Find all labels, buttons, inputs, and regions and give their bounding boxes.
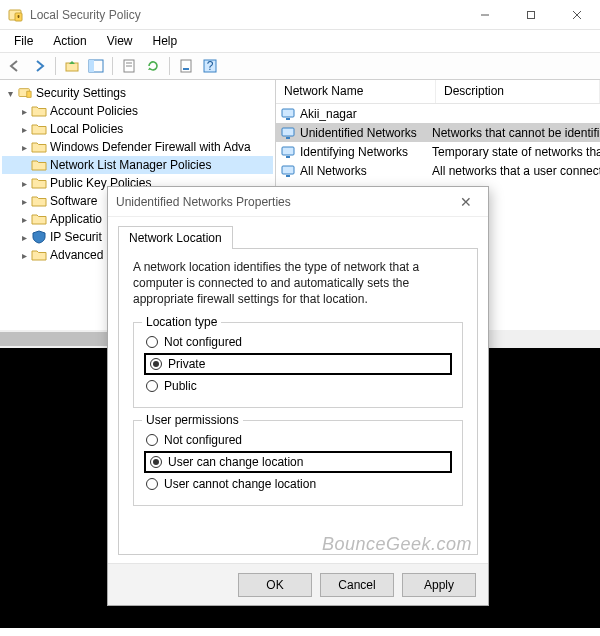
expand-icon[interactable]: ▸: [18, 232, 30, 243]
folder-icon: [31, 140, 47, 154]
radio-label: Not configured: [164, 335, 242, 349]
help-button[interactable]: ?: [199, 55, 221, 77]
folder-icon: [31, 194, 47, 208]
minimize-button[interactable]: [462, 0, 508, 30]
dialog-description: A network location identifies the type o…: [133, 259, 463, 308]
svg-rect-20: [286, 118, 290, 120]
radio-location-not-configured[interactable]: Not configured: [144, 331, 452, 353]
radio-label: Public: [164, 379, 197, 393]
network-icon: [280, 125, 296, 141]
menu-action[interactable]: Action: [45, 32, 94, 50]
radio-perm-cannot-change[interactable]: User cannot change location: [144, 473, 452, 495]
tree-item[interactable]: ▸Windows Defender Firewall with Adva: [2, 138, 273, 156]
network-icon: [280, 163, 296, 179]
tree-item[interactable]: ▸Local Policies: [2, 120, 273, 138]
expand-icon[interactable]: ▸: [18, 214, 30, 225]
radio-label: User cannot change location: [164, 477, 316, 491]
export-button[interactable]: [118, 55, 140, 77]
close-button[interactable]: [554, 0, 600, 30]
titlebar: Local Security Policy: [0, 0, 600, 30]
refresh-button[interactable]: [142, 55, 164, 77]
radio-icon: [146, 478, 158, 490]
list-item[interactable]: Identifying NetworksTemporary state of n…: [276, 142, 600, 161]
tree-item-label: Account Policies: [50, 104, 138, 118]
column-description[interactable]: Description: [436, 80, 600, 103]
expand-icon[interactable]: ▸: [18, 250, 30, 261]
show-hide-tree-button[interactable]: [85, 55, 107, 77]
dialog-tabbar: Network Location: [108, 217, 488, 248]
back-button[interactable]: [4, 55, 26, 77]
menubar: File Action View Help: [0, 30, 600, 52]
svg-text:?: ?: [207, 59, 214, 73]
column-network-name[interactable]: Network Name: [276, 80, 436, 103]
group-user-permissions: User permissions Not configured User can…: [133, 420, 463, 506]
dialog-close-button[interactable]: ✕: [452, 194, 480, 210]
ok-button[interactable]: OK: [238, 573, 312, 597]
tree-item-label: Local Policies: [50, 122, 123, 136]
radio-perm-can-change[interactable]: User can change location: [144, 451, 452, 473]
tree-item-label: IP Securit: [50, 230, 102, 244]
radio-perm-not-configured[interactable]: Not configured: [144, 429, 452, 451]
network-icon: [280, 106, 296, 122]
maximize-button[interactable]: [508, 0, 554, 30]
expand-icon[interactable]: ▸: [18, 196, 30, 207]
radio-icon: [146, 380, 158, 392]
properties-button[interactable]: [175, 55, 197, 77]
radio-icon: [150, 456, 162, 468]
radio-label: Not configured: [164, 433, 242, 447]
scrollbar-thumb[interactable]: [0, 332, 120, 346]
tree-item-label: Network List Manager Policies: [50, 158, 211, 172]
svg-rect-19: [282, 109, 294, 117]
menu-view[interactable]: View: [99, 32, 141, 50]
list-item-description: All networks that a user connects to: [432, 164, 600, 178]
list-item[interactable]: Unidentified NetworksNetworks that canno…: [276, 123, 600, 142]
expand-icon[interactable]: ▸: [18, 124, 30, 135]
radio-label: User can change location: [168, 455, 303, 469]
group-permissions-legend: User permissions: [142, 413, 243, 427]
tree-item-label: Advanced: [50, 248, 103, 262]
radio-icon: [146, 434, 158, 446]
list-item[interactable]: Akii_nagar: [276, 104, 600, 123]
dialog-titlebar: Unidentified Networks Properties ✕: [108, 187, 488, 217]
group-location-legend: Location type: [142, 315, 221, 329]
list-item-name: Akii_nagar: [300, 107, 432, 121]
forward-button[interactable]: [28, 55, 50, 77]
shield-icon: [31, 230, 47, 244]
list-item[interactable]: All NetworksAll networks that a user con…: [276, 161, 600, 180]
tree-item-label: Software: [50, 194, 97, 208]
tab-network-location[interactable]: Network Location: [118, 226, 233, 249]
svg-rect-10: [89, 60, 94, 72]
radio-icon: [146, 336, 158, 348]
radio-location-public[interactable]: Public: [144, 375, 452, 397]
folder-icon: [31, 212, 47, 226]
properties-dialog: Unidentified Networks Properties ✕ Netwo…: [107, 186, 489, 606]
menu-help[interactable]: Help: [145, 32, 186, 50]
up-button[interactable]: [61, 55, 83, 77]
list-header: Network Name Description: [276, 80, 600, 104]
expand-icon[interactable]: ▸: [18, 178, 30, 189]
radio-location-private[interactable]: Private: [144, 353, 452, 375]
svg-rect-21: [282, 128, 294, 136]
tree-item[interactable]: ▸Account Policies: [2, 102, 273, 120]
expand-icon[interactable]: ▸: [18, 142, 30, 153]
expand-icon[interactable]: ▾: [4, 88, 16, 99]
cancel-button[interactable]: Cancel: [320, 573, 394, 597]
tree-root[interactable]: ▾ Security Settings: [2, 84, 273, 102]
svg-rect-5: [528, 11, 535, 18]
svg-rect-24: [286, 156, 290, 158]
tree-item[interactable]: Network List Manager Policies: [2, 156, 273, 174]
svg-rect-22: [286, 137, 290, 139]
network-icon: [280, 144, 296, 160]
toolbar-separator: [112, 57, 113, 75]
folder-icon: [31, 122, 47, 136]
radio-label: Private: [168, 357, 205, 371]
expand-icon[interactable]: ▸: [18, 106, 30, 117]
tree-item-label: Windows Defender Firewall with Adva: [50, 140, 251, 154]
svg-rect-15: [183, 68, 189, 70]
window-controls: [462, 0, 600, 30]
svg-rect-23: [282, 147, 294, 155]
toolbar-separator: [55, 57, 56, 75]
apply-button[interactable]: Apply: [402, 573, 476, 597]
folder-icon: [31, 158, 47, 172]
menu-file[interactable]: File: [6, 32, 41, 50]
